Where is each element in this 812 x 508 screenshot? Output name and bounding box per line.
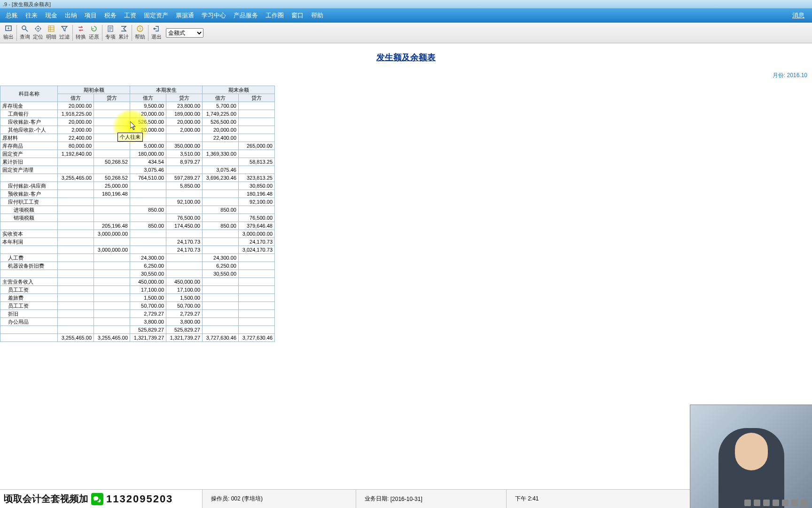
cell [166,190,203,198]
table-row[interactable]: 办公用品3,800.003,800.00 [0,318,275,326]
帮助-icon: ? [136,25,144,32]
cell [166,166,203,174]
cell: 25,000.00 [94,182,130,190]
cell: 76,500.00 [166,214,203,222]
table-row[interactable]: 应收账款-客户20,000.00526,500.0020,000.00526,5… [0,118,275,126]
cell [94,142,130,150]
table-row[interactable]: 人工费24,300.0024,300.00 [0,254,275,262]
menu-item-出纳[interactable]: 出纳 [61,8,81,23]
cell: 20,000.00 [166,118,203,126]
cell: 80,000.00 [58,142,94,150]
table-row[interactable]: 实收资本3,000,000.003,000,000.00 [0,230,275,238]
toolbar-转换[interactable]: 转换 [74,24,87,42]
col-header-period: 本期发生 [130,86,203,94]
cell: 525,829.27 [166,326,203,334]
table-row[interactable]: 固定资产清理3,075.463,075.46 [0,166,275,174]
table-row[interactable]: 应付职工工资92,100.0092,100.00 [0,198,275,206]
table-row[interactable]: 进项税额850.00850.00 [0,206,275,214]
明细-icon [47,25,55,32]
tray-icon[interactable] [791,500,798,506]
tray-icon[interactable] [754,500,760,506]
toolbar-帮助[interactable]: ?帮助 [133,24,147,42]
cell: 3,000,000.00 [94,230,130,238]
table-row[interactable]: 机器设备折旧费6,250.006,250.00 [0,262,275,270]
table-row[interactable]: 主营业务收入450,000.00450,000.00 [0,278,275,286]
menu-item-项目[interactable]: 项目 [81,8,101,23]
cell: 3,727,630.46 [239,334,275,342]
tray-icon[interactable] [744,500,751,506]
col-header-open: 期初余额 [58,86,130,94]
cell [239,294,275,302]
cell [58,198,94,206]
menu-item-学习中心[interactable]: 学习中心 [198,8,230,23]
report-title[interactable]: 发生额及余额表 [376,53,436,62]
tray-icon[interactable] [763,500,770,506]
toolbar-专项[interactable]: 专项 [104,24,117,42]
专项-icon [107,25,114,32]
cell: 3,255,465.00 [58,174,94,182]
cell [58,278,94,286]
col-debit-3: 借方 [203,94,239,102]
table-row[interactable]: 员工工资50,700.0050,700.00 [0,302,275,310]
cell [239,318,275,326]
table-row[interactable]: 固定资产1,192,840.00180,000.003,510.001,369,… [0,150,275,158]
menu-item-工资[interactable]: 工资 [120,8,140,23]
cell: 2,729.27 [166,310,203,318]
row-name [0,270,58,278]
table-row[interactable]: 差旅费1,500.001,500.00 [0,294,275,302]
menu-item-工作圈[interactable]: 工作圈 [262,8,288,23]
table-row[interactable]: 3,000,000.0024,170.733,024,170.73 [0,246,275,254]
toolbar-退出[interactable]: 退出 [150,24,163,42]
menu-item-往来[interactable]: 往来 [22,8,41,23]
toolbar-累计[interactable]: 累计 [117,24,130,42]
toolbar-separator [16,25,17,41]
table-row[interactable]: 应付账款-供应商25,000.005,850.0030,850.00 [0,182,275,190]
toolbar-还原[interactable]: 还原 [87,24,101,42]
toolbar-过滤[interactable]: 过滤 [58,24,71,42]
amount-style-select[interactable]: 金额式 [166,28,203,38]
table-row[interactable]: 员工工资17,100.0017,100.00 [0,286,275,294]
toolbar-查询[interactable]: 查询 [18,24,31,42]
table-row[interactable]: 3,255,465.0050,268.52764,510.00597,289.2… [0,174,275,182]
table-row[interactable]: 库存现金20,000.009,500.0023,800.005,700.00 [0,102,275,110]
table-row[interactable]: 预收账款-客户180,196.48180,196.48 [0,190,275,198]
toolbar-定位[interactable]: 定位 [31,24,45,42]
table-row[interactable]: 折旧2,729.272,729.27 [0,310,275,318]
balance-table: 科目名称 期初余额 本期发生 期末余额 借方 贷方 借方 贷方 借方 贷方 库存… [0,86,275,342]
col-credit-1: 贷方 [94,94,130,102]
table-row[interactable]: 工商银行1,918,225.0020,000.00189,000.001,749… [0,110,275,118]
cell: 379,646.48 [239,222,275,230]
menu-item-税务[interactable]: 税务 [101,8,120,23]
table-row[interactable]: 本年利润24,170.7324,170.73 [0,238,275,246]
menu-item-窗口[interactable]: 窗口 [288,8,307,23]
row-name: 库存商品 [0,142,58,150]
toolbar-明细[interactable]: 明细 [45,24,58,42]
toolbar-separator [72,25,73,41]
cell: 1,369,330.00 [203,150,239,158]
message-link[interactable]: 消息 [792,11,810,20]
cell [94,102,130,110]
cell: 3,255,465.00 [94,334,130,342]
menu-item-总账[interactable]: 总账 [2,8,22,23]
cell [203,214,239,222]
toolbar-输出[interactable]: 输出 [2,24,15,42]
menu-item-产品服务[interactable]: 产品服务 [230,8,262,23]
tray-icon[interactable] [773,500,779,506]
cell: 3,255,465.00 [58,334,94,342]
cell [94,318,130,326]
menu-item-帮助[interactable]: 帮助 [307,8,327,23]
table-row[interactable]: 销项税额76,500.0076,500.00 [0,214,275,222]
cell [58,206,94,214]
menu-item-固定资产[interactable]: 固定资产 [140,8,172,23]
table-row[interactable]: 3,255,465.003,255,465.001,321,739.271,32… [0,334,275,342]
menu-item-票据通[interactable]: 票据通 [172,8,198,23]
table-row[interactable]: 525,829.27525,829.27 [0,326,275,334]
tray-icon[interactable] [782,500,789,506]
cell: 180,196.48 [94,190,130,198]
menu-item-现金[interactable]: 现金 [41,8,61,23]
tray-icon[interactable] [801,500,807,506]
table-row[interactable]: 累计折旧50,268.52434.548,979.2758,813.25 [0,158,275,166]
table-row[interactable]: 库存商品80,000.005,000.00350,000.00265,000.0… [0,142,275,150]
table-row[interactable]: 30,550.0030,550.00 [0,270,275,278]
table-row[interactable]: 205,196.48850.00174,450.00850.00379,646.… [0,222,275,230]
